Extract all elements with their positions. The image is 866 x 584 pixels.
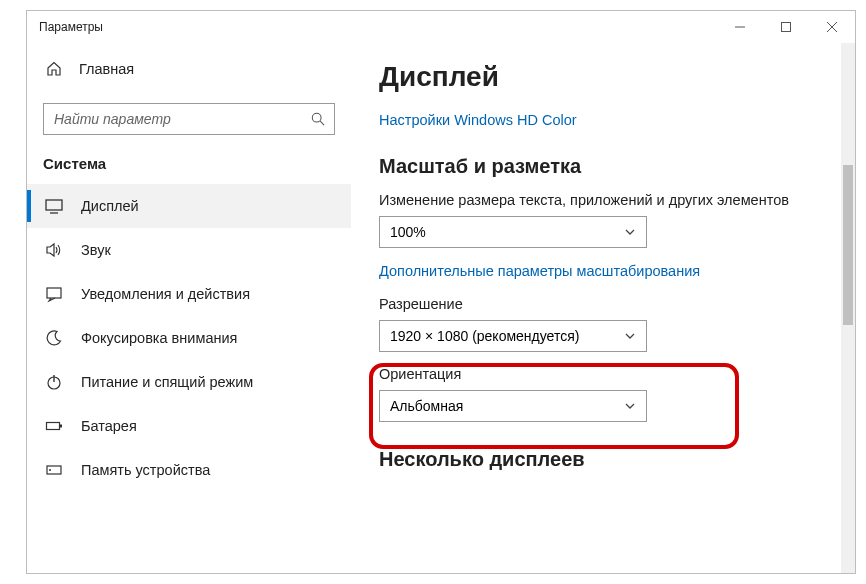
sound-icon (45, 241, 63, 259)
scrollbar-thumb[interactable] (843, 165, 853, 325)
resolution-label: Разрешение (379, 296, 839, 312)
svg-rect-8 (47, 288, 61, 298)
sidebar-item-sound[interactable]: Звук (27, 228, 351, 272)
moon-icon (45, 329, 63, 347)
scale-dropdown[interactable]: 100% (379, 216, 647, 248)
sidebar-item-power[interactable]: Питание и спящий режим (27, 360, 351, 404)
chevron-down-icon (624, 400, 636, 412)
sidebar-section-label: Система (27, 155, 351, 184)
svg-line-5 (320, 121, 324, 125)
sidebar-item-label: Фокусировка внимания (81, 330, 237, 346)
maximize-button[interactable] (763, 11, 809, 43)
sidebar-item-label: Питание и спящий режим (81, 374, 253, 390)
search-wrap (43, 103, 335, 135)
window-body: Главная Система Дисплей (27, 43, 855, 573)
multi-display-heading: Несколько дисплеев (379, 448, 839, 471)
chevron-down-icon (624, 330, 636, 342)
home-label: Главная (79, 61, 134, 77)
svg-rect-6 (46, 200, 62, 210)
sidebar-item-focus-assist[interactable]: Фокусировка внимания (27, 316, 351, 360)
window-controls (717, 11, 855, 43)
sidebar-item-notifications[interactable]: Уведомления и действия (27, 272, 351, 316)
resolution-dropdown[interactable]: 1920 × 1080 (рекомендуется) (379, 320, 647, 352)
scale-heading: Масштаб и разметка (379, 155, 839, 178)
window-title: Параметры (39, 20, 103, 34)
home-link[interactable]: Главная (27, 51, 351, 87)
svg-point-4 (312, 113, 321, 122)
orientation-dropdown[interactable]: Альбомная (379, 390, 647, 422)
main-content: Дисплей Настройки Windows HD Color Масшт… (351, 43, 855, 573)
chevron-down-icon (624, 226, 636, 238)
sidebar-nav: Дисплей Звук Уведомления и действия (27, 184, 351, 573)
svg-point-14 (49, 469, 51, 471)
sidebar-item-label: Батарея (81, 418, 137, 434)
advanced-scale-link[interactable]: Дополнительные параметры масштабирования (379, 263, 700, 279)
hd-color-link[interactable]: Настройки Windows HD Color (379, 112, 577, 128)
titlebar: Параметры (27, 11, 855, 43)
sidebar-item-battery[interactable]: Батарея (27, 404, 351, 448)
search-input[interactable] (43, 103, 335, 135)
sidebar-item-display[interactable]: Дисплей (27, 184, 351, 228)
search-icon (311, 112, 325, 126)
sidebar-item-label: Дисплей (81, 198, 139, 214)
svg-rect-1 (782, 23, 791, 32)
resolution-value: 1920 × 1080 (рекомендуется) (390, 328, 579, 344)
display-icon (45, 197, 63, 215)
close-button[interactable] (809, 11, 855, 43)
svg-rect-12 (60, 425, 62, 428)
sidebar: Главная Система Дисплей (27, 43, 351, 573)
svg-rect-11 (47, 423, 60, 430)
home-icon (45, 60, 63, 78)
sidebar-item-label: Уведомления и действия (81, 286, 250, 302)
scale-value: 100% (390, 224, 426, 240)
minimize-button[interactable] (717, 11, 763, 43)
sidebar-item-label: Память устройства (81, 462, 210, 478)
power-icon (45, 373, 63, 391)
notification-icon (45, 285, 63, 303)
page-title: Дисплей (379, 61, 839, 93)
sidebar-item-label: Звук (81, 242, 111, 258)
scrollbar[interactable] (841, 43, 855, 573)
scale-label: Изменение размера текста, приложений и д… (379, 192, 839, 208)
sidebar-item-storage[interactable]: Память устройства (27, 448, 351, 492)
battery-icon (45, 417, 63, 435)
orientation-label: Ориентация (379, 366, 839, 382)
storage-icon (45, 461, 63, 479)
orientation-value: Альбомная (390, 398, 463, 414)
settings-window: Параметры Главная (26, 10, 856, 574)
